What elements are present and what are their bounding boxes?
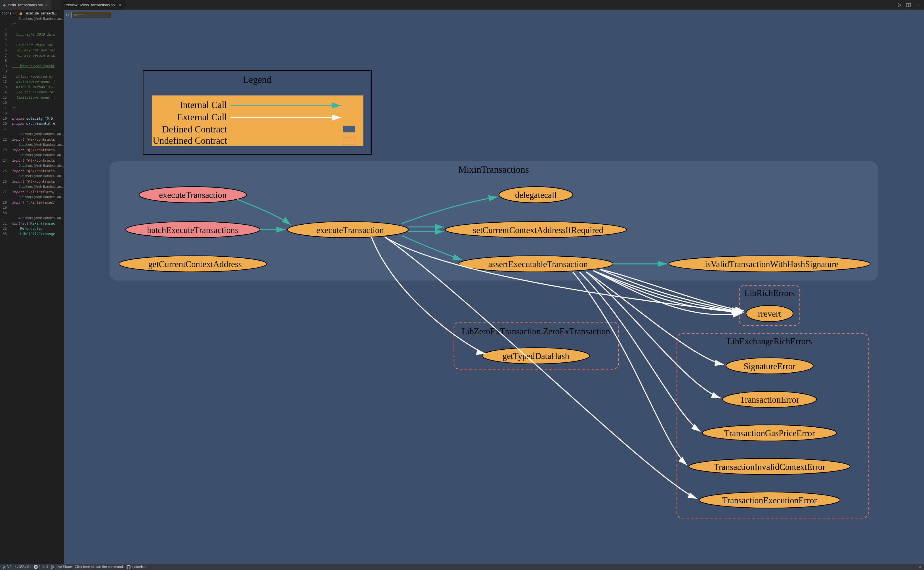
more-icon[interactable]: ⋯	[915, 2, 920, 8]
svg-text:_isValidTransactionWithHashSig: _isValidTransactionWithHashSignature	[700, 259, 839, 269]
command-prompt[interactable]: Click here to start the command.	[75, 565, 124, 569]
svg-text:_executeTransaction: _executeTransaction	[312, 225, 384, 235]
svg-text:executeTransaction: executeTransaction	[159, 190, 226, 200]
svg-text:External Call: External Call	[177, 112, 227, 122]
ethereum-icon: ◆	[3, 3, 6, 7]
split-editor-icon[interactable]	[906, 3, 911, 8]
search-input[interactable]	[72, 12, 111, 18]
svg-text:getTypedDataHash: getTypedDataHash	[503, 351, 569, 361]
svg-text:TransactionInvalidContextError: TransactionInvalidContextError	[714, 462, 825, 472]
cube-icon: ⬡	[15, 11, 18, 15]
branch-icon	[2, 565, 6, 569]
svg-text:_assertExecutableTransaction: _assertExecutableTransaction	[483, 259, 588, 269]
tab-overflow-icon[interactable]: ⋯	[51, 2, 61, 8]
cluster-title: MixinTransactions	[458, 164, 529, 175]
tab-label: MixinTransactions.sol	[8, 3, 43, 7]
codelens-authors[interactable]: 5 authors (Amir Bandeali an…	[0, 16, 64, 21]
codelens-authors[interactable]: 4 authors (Amir Bandeali an…	[0, 216, 64, 221]
legend-title: Legend	[243, 74, 272, 85]
svg-text:rrevert: rrevert	[758, 309, 781, 319]
code-editor[interactable]: 5 authors (Amir Bandeali an… 1/* 2 3 Cop…	[0, 16, 64, 564]
status-bar: 3.0 358↓ 0↑ ✕ 2 ⚠ 4 Live Share Click her…	[0, 564, 924, 570]
breadcrumb[interactable]: ctions › ⬡ 🔒 _executeTransacti...	[0, 10, 64, 16]
github-icon	[127, 565, 130, 569]
preview-toolbar: ⚙	[66, 12, 111, 18]
svg-text:batchExecuteTransactions: batchExecuteTransactions	[147, 225, 238, 235]
svg-text:delegatecall: delegatecall	[515, 190, 557, 200]
codelens-authors[interactable]: 5 authors (Amir Bandeali an…	[0, 132, 64, 137]
codelens-authors[interactable]: 5 authors (Amir Bandeali an…	[0, 153, 64, 158]
svg-text:TransactionError: TransactionError	[740, 395, 799, 405]
cluster-title: LibZeroExTransaction.ZeroExTransaction	[462, 327, 610, 336]
tab-preview[interactable]: Preview: 'MixinTransactions.sol' ×	[61, 0, 125, 10]
sync-icon	[14, 565, 18, 569]
tab-label: Preview: 'MixinTransactions.sol'	[64, 3, 117, 7]
github-user[interactable]: maurelian	[127, 565, 146, 569]
editor-panel: ctions › ⬡ 🔒 _executeTransacti... 5 auth…	[0, 10, 64, 564]
svg-text:Internal Call: Internal Call	[180, 100, 227, 110]
preview-panel: ⚙ Legend Internal Call External Call Def	[64, 10, 924, 564]
errors-warnings[interactable]: ✕ 2 ⚠ 4	[34, 565, 48, 569]
warning-icon: ⚠	[42, 565, 45, 569]
feedback-icon[interactable]: ☺	[918, 565, 922, 569]
cluster-title: LibExchangeRichErrors	[727, 337, 812, 346]
tab-editor[interactable]: ◆ MixinTransactions.sol ×	[0, 0, 51, 10]
codelens-authors[interactable]: 5 authors (Amir Bandeali an…	[0, 195, 64, 200]
lock-icon: 🔒	[19, 11, 23, 15]
git-sync[interactable]: 358↓ 0↑	[14, 565, 31, 569]
git-branch[interactable]: 3.0	[2, 565, 12, 569]
codelens-authors[interactable]: 5 authors (Amir Bandeali an…	[0, 163, 64, 169]
svg-text:_setCurrentContextAddressIfReq: _setCurrentContextAddressIfRequired	[468, 225, 603, 235]
chevron-right-icon: ›	[12, 11, 14, 15]
codelens-authors[interactable]: 5 authors (Amir Bandeali an…	[0, 184, 64, 189]
editor-actions: ⋯	[897, 2, 924, 8]
codelens-authors[interactable]: 5 authors (Amir Bandeali an…	[0, 142, 64, 147]
cluster-title: LibRichErrors	[744, 288, 795, 298]
svg-rect-9	[343, 126, 355, 132]
close-icon[interactable]: ×	[118, 3, 122, 8]
svg-text:TransactionExecutionError: TransactionExecutionError	[722, 496, 817, 505]
svg-text:Undefined Contract: Undefined Contract	[153, 135, 227, 146]
gear-icon[interactable]: ⚙	[66, 13, 69, 17]
close-icon[interactable]: ×	[45, 3, 49, 8]
svg-text:SignatureError: SignatureError	[743, 362, 795, 371]
svg-text:_getCurrentContextAddress: _getCurrentContextAddress	[144, 259, 242, 269]
liveshare[interactable]: Live Share	[51, 565, 72, 569]
call-graph[interactable]: Legend Internal Call External Call Defin…	[64, 10, 924, 564]
codelens-authors[interactable]: 5 authors (Amir Bandeali an…	[0, 173, 64, 179]
error-icon: ✕	[34, 565, 38, 569]
svg-text:Defined Contract: Defined Contract	[162, 124, 227, 135]
svg-text:TransactionGasPriceError: TransactionGasPriceError	[724, 429, 815, 438]
tab-bar: ◆ MixinTransactions.sol × ⋯ Preview: 'Mi…	[0, 0, 924, 10]
liveshare-icon	[51, 565, 55, 569]
play-icon[interactable]	[897, 3, 902, 8]
